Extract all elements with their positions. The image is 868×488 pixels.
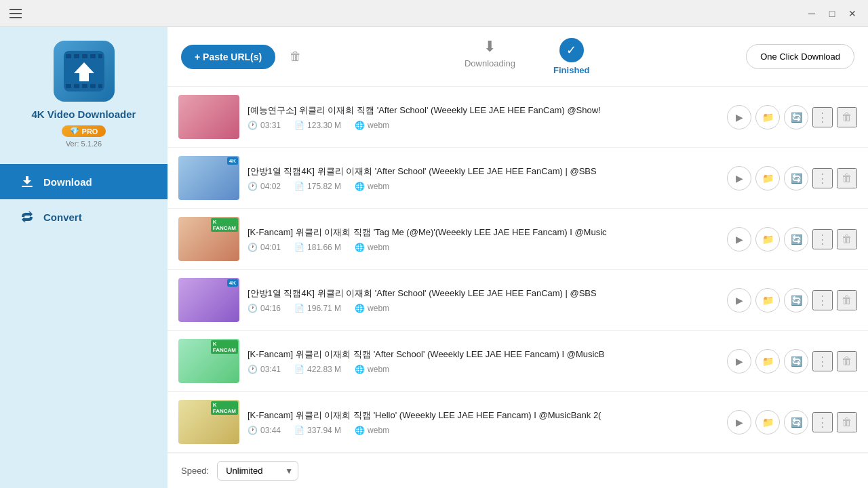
delete-item-button[interactable]: 🗑 xyxy=(837,107,857,127)
video-info: [안방1열 직캠4K] 위클리 이재희 'After School' (Weee… xyxy=(248,287,719,313)
file-icon: 📄 xyxy=(294,304,304,313)
play-button[interactable]: ▶ xyxy=(727,227,751,251)
tab-finished[interactable]: ✓ Finished xyxy=(545,33,597,81)
sidebar-item-convert[interactable]: Convert xyxy=(0,199,167,235)
more-options-button[interactable]: ⋮ xyxy=(812,290,833,310)
filesize: 📄 123.30 M xyxy=(294,121,341,130)
bottom-bar: Speed: Unlimited1 MB/s2 MB/s5 MB/s10 MB/… xyxy=(167,453,868,488)
play-button[interactable]: ▶ xyxy=(727,105,751,129)
delete-item-button[interactable]: 🗑 xyxy=(837,412,857,432)
tab-group: ⬇ Downloading ✓ Finished xyxy=(316,33,738,81)
folder-button[interactable]: 📁 xyxy=(755,227,780,251)
svg-rect-3 xyxy=(82,54,87,58)
video-meta: 🕐 03:41 📄 422.83 M 🌐 webm xyxy=(248,365,719,374)
format-icon: 🌐 xyxy=(355,426,365,435)
refresh-button[interactable]: 🔄 xyxy=(784,105,808,129)
downloading-icon: ⬇ xyxy=(484,38,496,56)
speed-select[interactable]: Unlimited1 MB/s2 MB/s5 MB/s10 MB/s xyxy=(217,461,298,481)
toolbar: + Paste URL(s) 🗑 ⬇ Downloading ✓ Finishe… xyxy=(167,27,868,87)
list-item: 4K [안방1열 직캠4K] 위클리 이재희 'After School' (W… xyxy=(167,148,868,209)
more-options-button[interactable]: ⋮ xyxy=(812,229,833,249)
video-actions: ▶ 📁 🔄 ⋮ 🗑 xyxy=(727,105,857,129)
delete-item-button[interactable]: 🗑 xyxy=(837,290,857,310)
play-button[interactable]: ▶ xyxy=(727,288,751,312)
video-thumbnail: KFANCAM xyxy=(178,339,239,383)
video-title: [예능연구소] 위클리 이재희 직캠 'After School' (Weeek… xyxy=(248,104,719,117)
format-icon: 🌐 xyxy=(355,121,365,130)
version-text: Ver: 5.1.26 xyxy=(66,140,102,148)
paste-url-button[interactable]: + Paste URL(s) xyxy=(181,45,275,69)
clock-icon: 🕐 xyxy=(248,121,258,130)
refresh-button[interactable]: 🔄 xyxy=(784,349,808,373)
sidebar-item-download[interactable]: Download xyxy=(0,164,167,199)
kfancam-badge: KFANCAM xyxy=(211,401,238,415)
video-actions: ▶ 📁 🔄 ⋮ 🗑 xyxy=(727,410,857,434)
duration: 🕐 04:02 xyxy=(248,182,281,191)
video-actions: ▶ 📁 🔄 ⋮ 🗑 xyxy=(727,349,857,373)
video-info: [K-Fancam] 위클리 이재희 직캠 'Tag Me (@Me)'(Wee… xyxy=(248,226,719,252)
maximize-button[interactable]: □ xyxy=(822,3,842,24)
close-button[interactable]: ✕ xyxy=(842,3,863,24)
content-area: + Paste URL(s) 🗑 ⬇ Downloading ✓ Finishe… xyxy=(167,27,868,488)
refresh-button[interactable]: 🔄 xyxy=(784,288,808,312)
play-button[interactable]: ▶ xyxy=(727,349,751,373)
app-name: 4K Video Downloader xyxy=(32,108,136,120)
format-icon: 🌐 xyxy=(355,243,365,252)
pro-badge: 💎 PRO xyxy=(62,125,106,137)
folder-button[interactable]: 📁 xyxy=(755,288,780,312)
format: 🌐 webm xyxy=(355,426,389,435)
more-options-button[interactable]: ⋮ xyxy=(812,107,833,127)
thumb-bg: KFANCAM xyxy=(178,400,239,444)
format: 🌐 webm xyxy=(355,182,389,191)
one-click-download-button[interactable]: One Click Download xyxy=(746,44,854,69)
svg-rect-2 xyxy=(74,54,79,58)
svg-rect-10 xyxy=(98,84,102,88)
main-layout: 4K Video Downloader 💎 PRO Ver: 5.1.26 Do… xyxy=(0,27,868,488)
duration: 🕐 03:44 xyxy=(248,426,281,435)
title-bar: ─ □ ✕ xyxy=(0,0,868,27)
play-button[interactable]: ▶ xyxy=(727,166,751,190)
clock-icon: 🕐 xyxy=(248,426,258,435)
svg-rect-4 xyxy=(90,54,96,58)
folder-button[interactable]: 📁 xyxy=(755,349,780,373)
clock-icon: 🕐 xyxy=(248,365,258,374)
delete-item-button[interactable]: 🗑 xyxy=(837,168,857,188)
refresh-button[interactable]: 🔄 xyxy=(784,166,808,190)
hamburger-menu[interactable] xyxy=(5,3,26,24)
list-item: KFANCAM [K-Fancam] 위클리 이재희 직캠 'Hello' (W… xyxy=(167,392,868,453)
speed-wrapper: Unlimited1 MB/s2 MB/s5 MB/s10 MB/s ▼ xyxy=(217,461,298,481)
more-options-button[interactable]: ⋮ xyxy=(812,412,833,432)
format-icon: 🌐 xyxy=(355,182,365,191)
list-item: [예능연구소] 위클리 이재희 직캠 'After School' (Weeek… xyxy=(167,87,868,148)
play-button[interactable]: ▶ xyxy=(727,410,751,434)
tab-downloading[interactable]: ⬇ Downloading xyxy=(456,33,524,81)
list-item: KFANCAM [K-Fancam] 위클리 이재희 직캠 'After Sch… xyxy=(167,331,868,392)
video-list: [예능연구소] 위클리 이재희 직캠 'After School' (Weeek… xyxy=(167,87,868,453)
folder-button[interactable]: 📁 xyxy=(755,166,780,190)
svg-rect-1 xyxy=(66,54,71,58)
file-icon: 📄 xyxy=(294,182,304,191)
file-icon: 📄 xyxy=(294,121,304,130)
folder-button[interactable]: 📁 xyxy=(755,410,780,434)
more-options-button[interactable]: ⋮ xyxy=(812,168,833,188)
delete-item-button[interactable]: 🗑 xyxy=(837,351,857,371)
video-info: [예능연구소] 위클리 이재희 직캠 'After School' (Weeek… xyxy=(248,104,719,130)
minimize-button[interactable]: ─ xyxy=(802,3,822,24)
more-options-button[interactable]: ⋮ xyxy=(812,351,833,371)
4k-badge: 4K xyxy=(227,279,238,287)
video-actions: ▶ 📁 🔄 ⋮ 🗑 xyxy=(727,227,857,251)
refresh-button[interactable]: 🔄 xyxy=(784,227,808,251)
svg-rect-9 xyxy=(90,84,96,88)
format: 🌐 webm xyxy=(355,121,389,130)
video-meta: 🕐 04:01 📄 181.66 M 🌐 webm xyxy=(248,243,719,252)
list-item: KFANCAM [K-Fancam] 위클리 이재희 직캠 'Tag Me (@… xyxy=(167,209,868,270)
delete-item-button[interactable]: 🗑 xyxy=(837,229,857,249)
video-title: [K-Fancam] 위클리 이재희 직캠 'After School' (We… xyxy=(248,348,719,361)
file-icon: 📄 xyxy=(294,243,304,252)
folder-button[interactable]: 📁 xyxy=(755,105,780,129)
delete-all-button[interactable]: 🗑 xyxy=(283,45,308,69)
video-actions: ▶ 📁 🔄 ⋮ 🗑 xyxy=(727,166,857,190)
svg-rect-12 xyxy=(22,186,33,187)
kfancam-badge: KFANCAM xyxy=(211,218,238,232)
refresh-button[interactable]: 🔄 xyxy=(784,410,808,434)
